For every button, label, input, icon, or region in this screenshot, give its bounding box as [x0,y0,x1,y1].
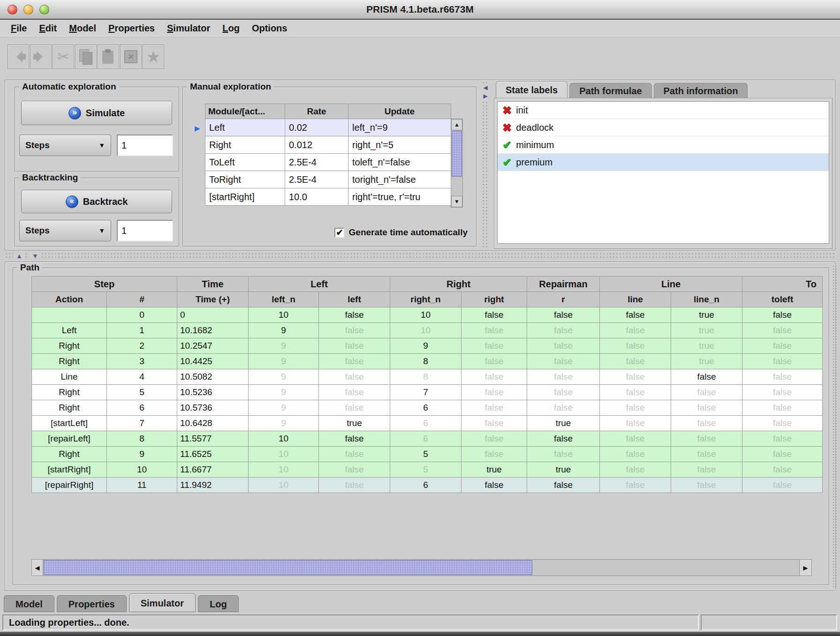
state-label-row[interactable]: ✔premium [498,154,829,171]
path-col-header[interactable]: toleft [742,292,823,307]
rewind-icon: « [66,195,78,208]
manual-transition-row[interactable]: Left0.02left_n'=9 [205,119,451,136]
cross-icon: ✖ [502,105,511,116]
menu-file[interactable]: File [5,20,33,37]
path-col-header[interactable]: right_n [390,292,462,307]
backtrack-button[interactable]: « Backtrack [21,190,172,213]
path-step-row[interactable]: [repairLeft]811.557710false6falsefalsefa… [32,431,823,447]
backtrack-steps-label: Steps [25,225,50,236]
window-title: PRISM 4.1.beta.r6673M [0,0,840,19]
horizontal-splitter[interactable] [5,252,835,260]
backtrack-steps-input[interactable]: 1 [117,220,173,241]
menu-simulator[interactable]: Simulator [161,20,216,37]
undo-button[interactable] [8,45,29,69]
menu-options[interactable]: Options [246,20,294,37]
collapse-right-icon[interactable] [482,92,489,100]
path-step-row[interactable]: 0010false10falsefalsefalsetruefalse [32,307,823,323]
simulate-label: Simulate [86,108,125,119]
chevron-down-icon: ▼ [98,227,105,234]
status-message: Loading properties... done. [2,614,699,630]
path-col-header[interactable]: left [319,292,390,307]
scroll-down-icon[interactable] [451,196,462,207]
path-scrollbar[interactable] [31,559,812,576]
generate-time-checkbox[interactable] [334,228,344,238]
path-group-header: Right [390,277,527,292]
manual-transition-row[interactable]: [startRight]10.0right'=true, r'=tru [205,188,451,206]
menu-log[interactable]: Log [216,20,246,37]
exploration-workspace: Automatic exploration » Simulate Steps ▼… [5,80,835,250]
path-col-header[interactable]: # [107,292,177,307]
path-title: Path [17,262,42,273]
path-col-header[interactable]: Action [32,292,107,307]
manual-exploration-table: Module/[act...RateUpdateLeft0.02left_n'=… [205,104,451,206]
manual-col-header[interactable]: Rate [285,104,348,119]
path-step-row[interactable]: [startLeft]710.64289true6falsetruefalsef… [32,416,823,431]
menu-edit[interactable]: Edit [33,20,63,37]
favorite-button[interactable]: ★ [143,45,164,69]
path-col-header[interactable]: right [462,292,527,307]
manual-transition-row[interactable]: ToLeft2.5E-4toleft_n'=false [205,154,451,171]
manual-transition-row[interactable]: ToRight2.5E-4toright_n'=false [205,171,451,188]
path-step-row[interactable]: [repairRight]1111.949210false6falsefalse… [32,478,823,493]
simulate-steps-dropdown[interactable]: Steps ▼ [19,135,111,156]
manual-transition-row[interactable]: Right0.012right_n'=5 [205,136,451,154]
tab-simulator[interactable]: Simulator [129,593,196,612]
scrollbar-thumb[interactable] [44,560,532,575]
path-col-header[interactable]: r [527,292,600,307]
scroll-right-icon[interactable] [799,560,811,576]
collapse-left-icon[interactable] [482,84,489,91]
path-step-row[interactable]: Line410.50829false8falsefalsefalsefalsef… [32,369,823,385]
vertical-splitter[interactable] [482,81,489,248]
fast-forward-icon: » [68,107,81,120]
simulate-steps-input[interactable]: 1 [117,135,173,156]
scroll-up-icon[interactable] [451,119,462,130]
paste-button[interactable] [98,45,119,69]
scissors-icon: ✂ [57,50,69,64]
window-bottom-edge [0,632,840,636]
tab-properties[interactable]: Properties [57,595,127,612]
manual-col-header[interactable]: Update [348,104,451,119]
tab-path-formulae[interactable]: Path formulae [569,83,651,98]
state-label-name: deadlock [516,122,553,133]
path-col-header[interactable]: line [600,292,671,307]
state-label-row[interactable]: ✖init [498,102,829,119]
collapse-up-icon[interactable] [13,252,25,260]
path-step-row[interactable]: Left110.16829false10falsefalsefalsetruef… [32,323,823,338]
path-step-row[interactable]: Right210.25479false9falsefalsefalsetruef… [32,338,823,354]
check-icon: ✔ [502,140,511,150]
state-labels-list: ✖init✖deadlock✔minimum✔premium [497,101,829,244]
menu-bar: FileEditModelPropertiesSimulatorLogOptio… [0,20,840,37]
backtrack-label: Backtrack [83,196,128,207]
path-col-header[interactable]: Time (+) [177,292,249,307]
tab-log[interactable]: Log [198,595,239,612]
state-label-row[interactable]: ✔minimum [498,136,829,154]
path-step-row[interactable]: Right310.44259false8falsefalsefalsetruef… [32,354,823,369]
scroll-left-icon[interactable] [32,560,43,576]
menu-model[interactable]: Model [63,20,102,37]
backtrack-steps-dropdown[interactable]: Steps ▼ [19,220,111,241]
collapse-down-icon[interactable] [29,252,41,260]
path-step-row[interactable]: Right911.652510false5falsefalsefalsefals… [32,447,823,462]
redo-button[interactable] [30,45,52,69]
path-col-header[interactable]: line_n [671,292,742,307]
cut-button[interactable]: ✂ [53,45,74,69]
tab-state-labels[interactable]: State labels [496,81,568,98]
simulate-button[interactable]: » Simulate [21,101,172,125]
state-label-row[interactable]: ✖deadlock [498,119,829,136]
tab-model[interactable]: Model [4,595,54,612]
path-col-header[interactable]: left_n [249,292,319,307]
menu-properties[interactable]: Properties [102,20,161,37]
chevron-down-icon: ▼ [98,142,105,149]
manual-col-header[interactable]: Module/[act... [205,104,285,119]
toolbar: ✂✕★ [0,38,840,80]
tab-path-information[interactable]: Path information [654,83,748,98]
manual-table-scrollbar[interactable] [451,119,463,208]
scrollbar-thumb[interactable] [452,131,462,177]
path-group-header: Repairman [527,277,600,292]
path-step-row[interactable]: Right510.52369false7falsefalsefalsefalse… [32,385,823,400]
path-step-row[interactable]: [startRight]1011.667710false5truetruefal… [32,462,823,478]
labels-tab-panel: State labelsPath formulaePath informatio… [494,81,832,249]
path-step-row[interactable]: Right610.57369false6falsefalsefalsefalse… [32,400,823,416]
copy-button[interactable] [75,45,97,69]
delete-button[interactable]: ✕ [120,45,142,69]
